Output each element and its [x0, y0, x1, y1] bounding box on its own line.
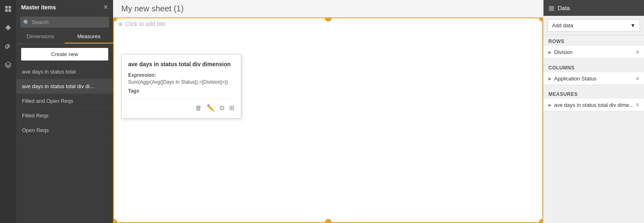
- measures-item-left: ▶ ave days in status total div dime...: [548, 102, 636, 108]
- measure-menu-icon[interactable]: ≡: [636, 102, 639, 108]
- add-data-section: Add data ▼: [544, 16, 644, 35]
- measure-card: ave days in status total div dimension E…: [121, 54, 241, 119]
- sidebar-header: Master items ✕: [16, 0, 113, 14]
- measures-item-label: ave days in status total div dime...: [554, 102, 633, 108]
- tab-measures[interactable]: Measures: [65, 30, 113, 43]
- rows-item-label: Division: [554, 49, 573, 55]
- columns-section: Columns ▶ Application Status ≡: [544, 62, 644, 88]
- sidebar: Master items ✕ 🔍 Dimensions Measures Cre…: [16, 0, 113, 223]
- sidebar-items-list: ave days in status total ave days in sta…: [16, 65, 113, 223]
- add-data-label: Add data: [552, 22, 573, 28]
- svg-rect-2: [5, 9, 8, 12]
- icon-bar: [0, 0, 16, 223]
- sidebar-close-button[interactable]: ✕: [103, 3, 108, 11]
- measure-card-tags-section: Tags: [128, 88, 234, 94]
- columns-section-header: Columns: [544, 62, 644, 72]
- tags-label: Tags: [128, 88, 234, 94]
- rows-section: Rows ▶ Division ≡: [544, 35, 644, 62]
- sidebar-tabs: Dimensions Measures: [16, 30, 113, 44]
- list-item[interactable]: ave days in status total: [16, 65, 113, 79]
- canvas-wrapper: ⊕ Click to add title ave days in status …: [113, 17, 543, 223]
- measures-section-header: Measures: [544, 88, 644, 99]
- search-icon: 🔍: [23, 19, 30, 25]
- svg-rect-0: [5, 6, 8, 9]
- sidebar-title: Master items: [21, 4, 56, 11]
- measure-card-title: ave days in status total div dimension: [128, 61, 234, 67]
- svg-rect-3: [9, 9, 11, 12]
- table-icon: ▦: [548, 4, 554, 12]
- columns-item-label: Application Status: [554, 76, 596, 82]
- edit-icon[interactable]: ✏️: [207, 104, 215, 112]
- sidebar-search: 🔍: [20, 17, 109, 28]
- list-item[interactable]: Filled Reqs: [16, 108, 113, 123]
- measure-card-expression-section: Expression: Sum(Aggr(Avg([Days In Status…: [128, 72, 234, 85]
- add-data-button[interactable]: Add data ▼: [548, 19, 640, 32]
- sheet-title: My new sheet (1): [121, 4, 183, 13]
- expression-value: Sum(Aggr(Avg([Days In Status]),<[Divisio…: [128, 79, 234, 85]
- tab-dimensions[interactable]: Dimensions: [16, 30, 65, 43]
- columns-item-left: ▶ Application Status: [548, 76, 636, 82]
- add-to-sheet-icon[interactable]: ⊞: [229, 104, 234, 112]
- column-menu-icon[interactable]: ≡: [636, 75, 639, 82]
- link-icon[interactable]: [2, 41, 14, 52]
- columns-item-application-status[interactable]: ▶ Application Status ≡: [544, 72, 644, 85]
- right-panel: ▦ Data Add data ▼ Rows ▶ Division ≡ Colu…: [543, 0, 644, 223]
- row-menu-icon[interactable]: ≡: [636, 49, 639, 55]
- add-title-icon: ⊕: [118, 21, 123, 27]
- layers-icon[interactable]: [2, 59, 14, 71]
- add-data-chevron-icon: ▼: [630, 22, 635, 28]
- list-item[interactable]: ave days in status total div di...: [16, 79, 113, 94]
- puzzle-icon[interactable]: [2, 22, 14, 33]
- sheet-header: My new sheet (1): [113, 0, 543, 17]
- expand-icon: ▶: [548, 103, 552, 107]
- measure-card-footer: 🗑 ✏️ ⧉ ⊞: [128, 99, 234, 112]
- create-new-button[interactable]: Create new: [21, 48, 108, 61]
- search-input[interactable]: [20, 17, 109, 28]
- delete-icon[interactable]: 🗑: [195, 104, 202, 112]
- duplicate-icon[interactable]: ⧉: [220, 104, 224, 112]
- list-item[interactable]: Open Reqs: [16, 123, 113, 138]
- canvas-content: ⊕ Click to add title ave days in status …: [113, 17, 543, 223]
- rows-item-division[interactable]: ▶ Division ≡: [544, 46, 644, 58]
- canvas-title-bar[interactable]: ⊕ Click to add title: [118, 21, 166, 27]
- expand-icon: ▶: [548, 76, 552, 81]
- right-panel-title: Data: [558, 5, 570, 11]
- canvas-title-placeholder[interactable]: Click to add title: [125, 21, 166, 27]
- expression-label: Expression:: [128, 72, 234, 78]
- grid-icon[interactable]: [2, 3, 14, 15]
- svg-rect-1: [9, 6, 11, 9]
- measures-item-ave-days[interactable]: ▶ ave days in status total div dime... ≡: [544, 99, 644, 111]
- expand-icon: ▶: [548, 50, 552, 54]
- measures-section: Measures ▶ ave days in status total div …: [544, 88, 644, 111]
- list-item[interactable]: Filled and Open Reqs: [16, 94, 113, 108]
- rows-item-left: ▶ Division: [548, 49, 636, 55]
- right-panel-header: ▦ Data: [544, 0, 644, 16]
- rows-section-header: Rows: [544, 35, 644, 46]
- main-canvas-area: My new sheet (1) ⊕ Click to add title av…: [113, 0, 543, 223]
